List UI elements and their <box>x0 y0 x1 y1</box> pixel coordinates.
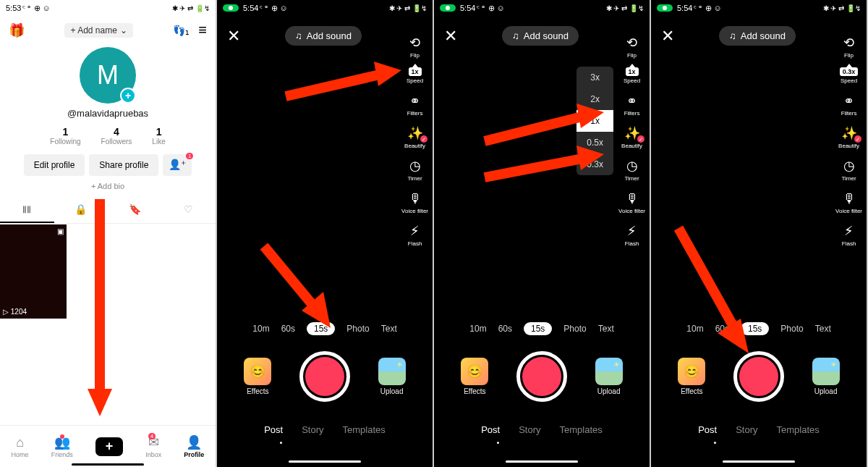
tool-flip[interactable]: ⟲Flip <box>840 35 859 59</box>
tool-flip[interactable]: ⟲Flip <box>623 35 642 59</box>
tool-filters[interactable]: ⚭Filters <box>623 93 642 117</box>
add-sound-button[interactable]: ♫ Add sound <box>285 26 362 46</box>
upload-button[interactable]: Upload <box>378 358 406 395</box>
dur-text[interactable]: Text <box>598 324 614 334</box>
add-bio-button[interactable]: + Add bio <box>0 182 216 190</box>
upload-button[interactable]: Upload <box>595 358 623 395</box>
add-sound-button[interactable]: ♫ Add sound <box>502 26 579 46</box>
mode-post[interactable]: Post <box>698 424 717 435</box>
stat-followers[interactable]: 4Followers <box>101 126 132 146</box>
dur-60s[interactable]: 60s <box>281 324 295 334</box>
tool-voice-filter[interactable]: 🎙Voice filter <box>618 190 645 214</box>
tool-timer[interactable]: ◷Timer <box>406 158 425 182</box>
close-icon[interactable]: ✕ <box>227 27 240 46</box>
beautify-icon: ✨ <box>840 125 859 141</box>
upload-button[interactable]: Upload <box>812 358 840 395</box>
dur-15s[interactable]: 15s <box>741 322 769 335</box>
tool-filters[interactable]: ⚭Filters <box>406 93 425 117</box>
mode-post[interactable]: Post <box>264 424 283 435</box>
mode-post[interactable]: Post <box>481 424 500 435</box>
dur-text[interactable]: Text <box>815 324 831 334</box>
gift-icon[interactable]: 🎁 <box>9 22 25 38</box>
dur-photo[interactable]: Photo <box>780 324 803 334</box>
duration-selector[interactable]: 10m 60s 15s Photo Text <box>217 322 433 335</box>
tab-reposts[interactable]: 🔖 <box>108 198 162 223</box>
dur-text[interactable]: Text <box>381 324 397 334</box>
dur-10m[interactable]: 10m <box>686 324 703 334</box>
duration-selector[interactable]: 10m 60s 15s Photo Text <box>651 322 867 335</box>
tool-speed[interactable]: 1xSpeed <box>407 67 423 84</box>
tool-voice-filter[interactable]: 🎙Voice filter <box>835 190 862 214</box>
tool-timer[interactable]: ◷Timer <box>840 158 859 182</box>
mode-selector[interactable]: Post Story Templates <box>434 424 650 435</box>
screen-camera-3: 5:54ᶜ ᵒ ⊕ ☺ ✱ ✈ ⇄ 🔋↯ ✕ ♫ Add sound ⟲Flip… <box>651 0 867 467</box>
tab-liked[interactable]: ♡ <box>162 198 216 223</box>
mode-story[interactable]: Story <box>519 424 540 435</box>
tool-beautify[interactable]: ✨Beautify <box>621 125 642 149</box>
tool-filters[interactable]: ⚭Filters <box>840 93 859 117</box>
dur-60s[interactable]: 60s <box>715 324 729 334</box>
avatar-add-icon[interactable]: + <box>120 88 136 104</box>
speed-2x[interactable]: 2x <box>576 88 613 110</box>
tool-timer[interactable]: ◷Timer <box>623 158 642 182</box>
dur-15s[interactable]: 15s <box>524 322 552 335</box>
mode-templates[interactable]: Templates <box>343 424 386 435</box>
dur-60s[interactable]: 60s <box>498 324 512 334</box>
username[interactable]: @malavidapruebas <box>67 108 148 119</box>
duration-selector[interactable]: 10m 60s 15s Photo Text <box>434 322 650 335</box>
tool-beautify[interactable]: ✨Beautify <box>838 125 859 149</box>
effects-button[interactable]: 😊Effects <box>678 358 705 395</box>
tool-flash[interactable]: ⚡︎Flash <box>840 223 859 247</box>
mode-templates[interactable]: Templates <box>560 424 603 435</box>
bottom-nav: ⌂Home 👥Friends + ✉4Inbox 👤Profile <box>0 425 216 467</box>
effects-button[interactable]: 😊Effects <box>461 358 488 395</box>
stats-row: 1Following 4Followers 1Like <box>0 126 216 146</box>
speed-1x[interactable]: 1x <box>576 110 613 132</box>
speed-0-5x[interactable]: 0.5x <box>576 132 613 153</box>
dur-15s[interactable]: 15s <box>307 322 335 335</box>
mode-selector[interactable]: Post Story Templates <box>217 424 433 435</box>
close-icon[interactable]: ✕ <box>444 27 457 46</box>
dur-photo[interactable]: Photo <box>563 324 586 334</box>
speed-0-3x[interactable]: 0.3x <box>576 153 613 175</box>
stat-following[interactable]: 1Following <box>50 126 80 146</box>
tool-beautify[interactable]: ✨Beautify <box>404 125 425 149</box>
tool-flash[interactable]: ⚡︎Flash <box>406 223 425 247</box>
svg-line-6 <box>485 117 582 141</box>
nav-friends[interactable]: 👥Friends <box>51 434 73 458</box>
speed-3x[interactable]: 3x <box>576 67 613 88</box>
dur-10m[interactable]: 10m <box>469 324 486 334</box>
add-friends-button[interactable]: 👤⁺1 <box>163 154 192 176</box>
stat-likes[interactable]: 1Like <box>152 126 165 146</box>
record-button[interactable] <box>516 351 567 402</box>
tab-grid[interactable]: ⦀⦀ <box>0 198 54 223</box>
dur-10m[interactable]: 10m <box>252 324 269 334</box>
avatar[interactable]: M + <box>80 47 136 104</box>
tool-flip[interactable]: ⟲Flip <box>406 35 425 59</box>
add-sound-button[interactable]: ♫ Add sound <box>719 26 796 46</box>
record-button[interactable] <box>733 351 784 402</box>
tool-speed[interactable]: 1xSpeed <box>624 67 640 84</box>
edit-profile-button[interactable]: Edit profile <box>24 154 85 176</box>
mode-templates[interactable]: Templates <box>777 424 820 435</box>
add-name-button[interactable]: + Add name ⌄ <box>64 23 132 38</box>
footprint-icon[interactable]: 👣₁ <box>173 25 190 36</box>
dur-photo[interactable]: Photo <box>346 324 369 334</box>
nav-inbox[interactable]: ✉4Inbox <box>145 434 161 458</box>
share-profile-button[interactable]: Share profile <box>89 154 158 176</box>
effects-button[interactable]: 😊Effects <box>244 358 271 395</box>
tab-private[interactable]: 🔒 <box>54 198 109 223</box>
nav-home[interactable]: ⌂Home <box>12 435 29 458</box>
mode-story[interactable]: Story <box>302 424 323 435</box>
mode-selector[interactable]: Post Story Templates <box>651 424 867 435</box>
menu-icon[interactable]: ≡ <box>198 22 207 38</box>
close-icon[interactable]: ✕ <box>661 27 674 46</box>
tool-speed[interactable]: 0.3xSpeed <box>840 67 859 84</box>
video-thumbnail[interactable]: ▣ ▷ 1204 <box>0 224 67 319</box>
nav-profile[interactable]: 👤Profile <box>184 434 204 458</box>
tool-flash[interactable]: ⚡︎Flash <box>623 223 642 247</box>
tool-voice-filter[interactable]: 🎙Voice filter <box>401 190 428 214</box>
mode-story[interactable]: Story <box>736 424 757 435</box>
record-button[interactable] <box>299 351 350 402</box>
nav-create-button[interactable]: + <box>95 437 123 456</box>
